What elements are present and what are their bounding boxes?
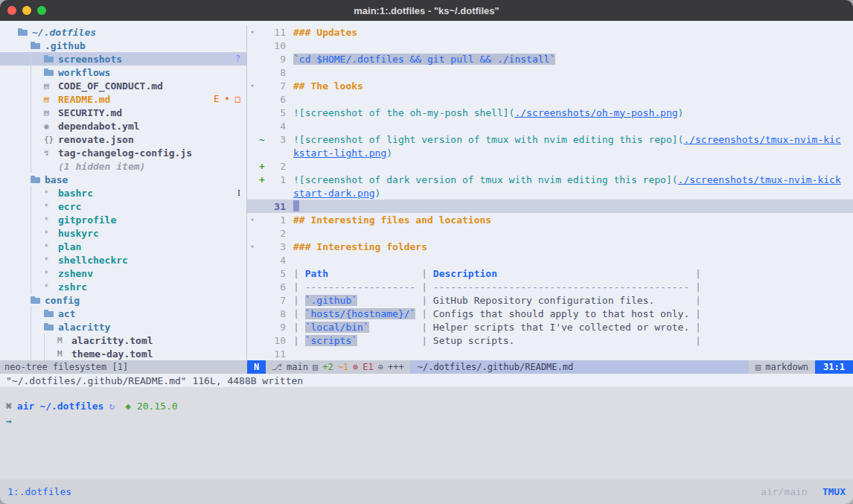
tree-item[interactable]: ▤README.mdE•□ (0, 92, 246, 106)
tree-item[interactable]: config (0, 293, 246, 307)
editor-line[interactable]: 2 (247, 226, 853, 240)
toml-file-icon: M (57, 334, 70, 347)
fold-marker-icon[interactable]: ▾ (247, 82, 258, 89)
text-segment: | (689, 322, 701, 333)
tree-item[interactable]: *ecrc (0, 200, 246, 213)
tree-item[interactable]: Mtheme-day.toml (0, 347, 246, 360)
tree-item[interactable]: *plan (0, 240, 246, 253)
tree-item[interactable]: {}renovate.json (0, 133, 246, 146)
tree-item[interactable]: workflows (0, 66, 246, 79)
text-segment: GitHub Repository configuration files. (433, 295, 654, 306)
fold-marker-icon[interactable]: ▾ (247, 216, 258, 223)
tree-item[interactable]: (1 hidden item) (0, 159, 246, 173)
line-number: 1 (266, 214, 293, 226)
editor-line[interactable]: start-dark.png) (247, 186, 853, 200)
tree-item[interactable]: base (0, 173, 246, 186)
git-branch-name: main (287, 362, 308, 372)
tree-item[interactable]: ▤SECURITY.md (0, 106, 246, 119)
indent-guide (31, 240, 44, 253)
minimize-button[interactable] (22, 6, 31, 15)
editor-line[interactable]: +2 (247, 159, 853, 173)
text-segment: Path (305, 268, 328, 279)
titlebar[interactable]: main:1:.dotfiles - "ks~/.dotfiles" (0, 0, 853, 21)
shell-pane[interactable]: ⌘ air ~/.dotfiles ↻ ◈ 20.15.0 → (0, 387, 853, 479)
tree-item[interactable]: ↯tag-changelog-config.js (0, 146, 246, 159)
tmux-window-label[interactable]: 1:.dotfiles (7, 486, 71, 497)
tree-item[interactable]: *huskyrc (0, 226, 246, 240)
tree-item-label: plan (58, 241, 81, 252)
tree-item[interactable]: *zshenv (0, 267, 246, 280)
git-sign: ~ (258, 134, 266, 145)
line-text: | Path | Description | (293, 268, 853, 279)
editor-line[interactable]: kstart-light.png) (247, 146, 853, 159)
tree-item[interactable]: ~/.dotfiles (0, 25, 246, 39)
line-text: ### Updates (293, 27, 853, 38)
tree-item[interactable]: .github (0, 39, 246, 52)
close-button[interactable] (7, 6, 16, 15)
tree-item[interactable]: *gitprofile (0, 213, 246, 226)
editor-line[interactable]: ▾3### Interesting folders (247, 240, 853, 253)
statusline-filename: ~/.dotfiles/.github/README.md (410, 360, 749, 374)
editor-line[interactable]: 4 (247, 253, 853, 267)
tree-item[interactable]: *bashrcI (0, 186, 246, 200)
editor-line[interactable]: 10 (247, 39, 853, 52)
folder-icon (44, 307, 57, 320)
fold-marker-icon[interactable]: ▾ (247, 243, 258, 250)
tree-item[interactable]: ◉dependabot.yml (0, 119, 246, 133)
fold-marker-icon[interactable]: ▾ (247, 28, 258, 36)
editor-line[interactable]: 10| `scripts` | Setup scripts. | (247, 334, 853, 347)
editor-line[interactable]: 7| `.github` | GitHub Repository configu… (247, 293, 853, 307)
editor-line[interactable]: 4 (247, 119, 853, 133)
editor-line[interactable]: 31 (247, 200, 853, 213)
tree-item[interactable]: *zshrc (0, 280, 246, 293)
line-number: 31 (266, 201, 293, 212)
editor-line[interactable]: 5![screenshot of the oh-my-posh shell](.… (247, 106, 853, 119)
tree-item-label: CODE_OF_CONDUCT.md (58, 80, 163, 92)
line-number: 11 (266, 27, 293, 38)
indent-guide (31, 307, 44, 320)
folder-icon (31, 293, 43, 307)
editor-line[interactable]: 9| `local/bin` | Helper scripts that I'v… (247, 320, 853, 334)
tree-item[interactable]: ▤CODE_OF_CONDUCT.md (0, 79, 246, 92)
editor-line[interactable]: 6| ------------------- | ---------------… (247, 280, 853, 293)
editor-line[interactable]: 5| Path | Description | (247, 267, 853, 280)
indent-guide (18, 119, 31, 133)
neotree-panel: ~/.dotfiles.githubscreenshots?workflows▤… (0, 25, 247, 360)
shell-input-line[interactable]: → (6, 414, 853, 427)
tree-item[interactable]: alacritty (0, 320, 246, 334)
tree-item-label: base (45, 174, 68, 185)
markdown-file-icon: ▤ (44, 79, 57, 92)
editor-line[interactable]: +1![screenshot of dark version of tmux w… (247, 173, 853, 186)
tree-item[interactable]: screenshots? (0, 52, 246, 66)
config-file-icon: * (44, 253, 57, 267)
zoom-button[interactable] (37, 6, 46, 15)
editor-line[interactable]: 8 (247, 66, 853, 79)
cursor-block (293, 200, 299, 211)
editor-line[interactable]: ~3![screenshot of light version of tmux … (247, 133, 853, 146)
editor-line[interactable]: 9`cd $HOME/.dotfiles && git pull && ./in… (247, 52, 853, 66)
git-modified-badge: □ (235, 94, 240, 104)
editor-line[interactable]: ▾7## The looks (247, 79, 853, 92)
editor-line[interactable]: ▾11### Updates (247, 25, 853, 39)
indent-guide (18, 186, 31, 200)
tree-item[interactable]: act (0, 307, 246, 320)
tree-item[interactable]: Malacritty.toml (0, 334, 246, 347)
editor-line[interactable]: ▾1## Interesting files and locations (247, 213, 853, 226)
indent-guide (18, 226, 31, 240)
line-number: 2 (266, 161, 293, 172)
editor-line[interactable]: 6 (247, 92, 853, 106)
editor-line[interactable]: 8| `hosts/{hostname}/` | Configs that sh… (247, 307, 853, 320)
tree-item[interactable]: *shellcheckrc (0, 253, 246, 267)
editor-line[interactable]: 11 (247, 347, 853, 360)
line-text: ## Interesting files and locations (293, 214, 853, 226)
text-segment: Description (433, 268, 497, 279)
no-icon (44, 159, 57, 173)
text-segment: | (328, 268, 433, 279)
toml-file-icon: M (57, 347, 70, 360)
indent-guide (31, 200, 44, 213)
tree-item-label: README.md (58, 94, 110, 105)
git-sync-icon: ↻ (109, 401, 115, 412)
config-file-icon: * (44, 186, 57, 200)
text-segment: | (293, 268, 305, 279)
indent-guide (31, 267, 44, 280)
